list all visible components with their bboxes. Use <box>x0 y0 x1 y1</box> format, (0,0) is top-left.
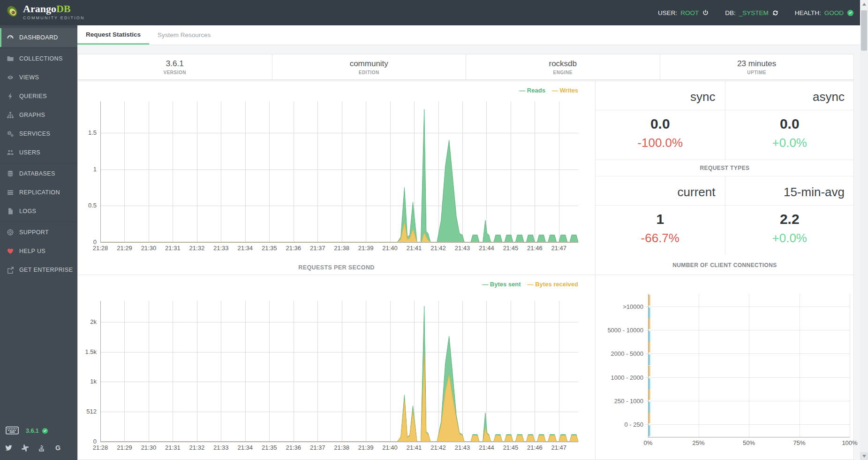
scroll-down-icon[interactable] <box>860 452 868 460</box>
sidebar-item-logs[interactable]: LOGS <box>0 202 77 221</box>
svg-text:0%: 0% <box>644 439 653 446</box>
eye-icon <box>7 74 14 81</box>
request-stats-panel: sync async 0.0 -100.0% 0.0 +0.0% REQUEST… <box>595 81 854 275</box>
svg-text:21:47: 21:47 <box>551 245 567 252</box>
async-value: 0.0 <box>725 116 854 132</box>
sitemap-icon <box>7 111 14 119</box>
svg-text:50%: 50% <box>743 439 755 446</box>
svg-text:21:41: 21:41 <box>407 444 422 451</box>
svg-text:1000 - 2000: 1000 - 2000 <box>611 374 643 381</box>
slack-icon[interactable] <box>21 444 29 452</box>
logo-wordmark: ArangoDB <box>23 3 85 15</box>
sidebar-divider <box>0 48 77 48</box>
avg-header: 15-min-avg <box>725 176 854 205</box>
request-types-label: REQUEST TYPES <box>596 160 854 176</box>
svg-text:21:41: 21:41 <box>407 245 422 252</box>
tab-system-resources[interactable]: System Resources <box>149 25 219 45</box>
heart-icon <box>7 247 14 255</box>
health-label: HEALTH: <box>795 9 821 16</box>
sidebar-item-collections[interactable]: COLLECTIONS <box>0 49 77 68</box>
sidebar-item-dashboard[interactable]: DASHBOARD <box>0 28 77 47</box>
sidebar-item-support[interactable]: SUPPORT <box>0 223 77 242</box>
version-check-icon <box>42 428 48 434</box>
sidebar-item-services[interactable]: SERVICES <box>0 124 77 143</box>
replication-icon <box>7 189 14 196</box>
bolt-icon <box>7 92 14 100</box>
stackoverflow-icon[interactable] <box>38 444 45 452</box>
info-edition-value: community <box>350 59 388 69</box>
svg-text:1k: 1k <box>90 378 97 385</box>
sidebar-divider <box>0 163 77 163</box>
sidebar-item-users[interactable]: USERS <box>0 143 77 162</box>
sidebar-item-get-enterprise[interactable]: GET ENTERPRISE <box>0 261 77 279</box>
info-uptime-label: UPTIME <box>747 70 766 75</box>
avocado-logo-icon <box>5 3 20 21</box>
svg-text:21:29: 21:29 <box>117 245 132 252</box>
svg-text:1.5k: 1.5k <box>85 348 97 355</box>
google-icon[interactable]: G <box>54 444 62 452</box>
svg-text:G: G <box>55 444 60 452</box>
version-indicator[interactable]: 3.6.1 <box>26 428 48 434</box>
sidebar-item-databases[interactable]: DATABASES <box>0 164 77 183</box>
keyboard-shortcuts-icon[interactable] <box>6 426 19 435</box>
info-edition-label: EDITION <box>359 70 379 75</box>
tab-request-statistics[interactable]: Request Statistics <box>77 25 149 45</box>
svg-text:21:36: 21:36 <box>286 444 301 451</box>
arangodb-logo[interactable]: ArangoDB COMMUNITY EDITION <box>5 3 85 21</box>
sidebar-item-help-us[interactable]: HELP US <box>0 242 77 261</box>
sidebar-item-queries[interactable]: QUERIES <box>0 87 77 106</box>
health-check-icon <box>847 9 854 16</box>
current-value-cell: 1 -66.7% <box>596 206 725 255</box>
svg-text:1: 1 <box>93 166 97 173</box>
sidebar-item-label: COLLECTIONS <box>19 55 63 62</box>
svg-text:21:45: 21:45 <box>503 245 519 252</box>
sidebar-item-replication[interactable]: REPLICATION <box>0 183 77 202</box>
svg-text:25%: 25% <box>692 439 704 446</box>
data-transfer-panel: — Bytes sent— Bytes received 21:2821:292… <box>78 275 595 460</box>
scroll-up-icon[interactable] <box>860 0 868 8</box>
twitter-icon[interactable] <box>5 444 13 452</box>
svg-text:21:29: 21:29 <box>117 444 132 451</box>
svg-text:21:35: 21:35 <box>262 245 277 252</box>
sidebar: DASHBOARDCOLLECTIONSVIEWSQUERIESGRAPHSSE… <box>0 25 77 460</box>
requests-chart: 21:2821:2921:3021:3121:3221:3321:3421:35… <box>78 81 595 261</box>
users-icon <box>7 149 14 156</box>
file-icon <box>7 207 14 215</box>
info-engine-value: rocksdb <box>549 59 577 69</box>
svg-text:21:31: 21:31 <box>165 444 181 451</box>
svg-text:250 - 1000: 250 - 1000 <box>614 398 643 405</box>
svg-text:21:39: 21:39 <box>358 444 374 451</box>
svg-text:21:32: 21:32 <box>189 245 205 252</box>
page-scrollbar[interactable] <box>860 0 868 460</box>
scrollbar-thumb[interactable] <box>861 10 867 51</box>
current-value: 1 <box>596 211 725 227</box>
sidebar-item-label: SERVICES <box>19 130 50 137</box>
sidebar-item-graphs[interactable]: GRAPHS <box>0 106 77 124</box>
svg-text:75%: 75% <box>793 439 805 446</box>
sidebar-item-label: QUERIES <box>19 93 47 100</box>
svg-text:21:43: 21:43 <box>455 444 470 451</box>
requests-chart-caption: REQUESTS PER SECOND <box>78 261 595 275</box>
svg-text:21:30: 21:30 <box>141 245 157 252</box>
sidebar-item-label: LOGS <box>19 208 36 215</box>
sidebar-item-views[interactable]: VIEWS <box>0 68 77 87</box>
health-value: GOOD <box>824 9 844 16</box>
sidebar-divider <box>0 222 77 222</box>
bytes-chart-legend: — Bytes sent— Bytes received <box>482 281 578 288</box>
info-engine-label: ENGINE <box>553 70 573 75</box>
svg-text:21:36: 21:36 <box>286 245 301 252</box>
gauge-icon <box>7 34 14 41</box>
svg-text:21:46: 21:46 <box>527 245 543 252</box>
client-connections-chart: 0%25%50%75%100%>100005000 - 100002000 - … <box>596 275 854 460</box>
tab-bar: Request Statistics System Resources <box>77 25 860 45</box>
power-icon[interactable] <box>702 9 709 16</box>
svg-text:21:42: 21:42 <box>430 245 446 252</box>
info-engine: rocksdb ENGINE <box>466 54 660 79</box>
svg-text:100%: 100% <box>842 439 858 446</box>
svg-text:2k: 2k <box>90 318 97 325</box>
support-icon <box>7 229 14 236</box>
legend-bytes-received: — Bytes received <box>528 281 578 288</box>
version-number: 3.6.1 <box>26 428 39 434</box>
refresh-icon[interactable] <box>772 9 779 16</box>
async-header: async <box>725 81 854 110</box>
